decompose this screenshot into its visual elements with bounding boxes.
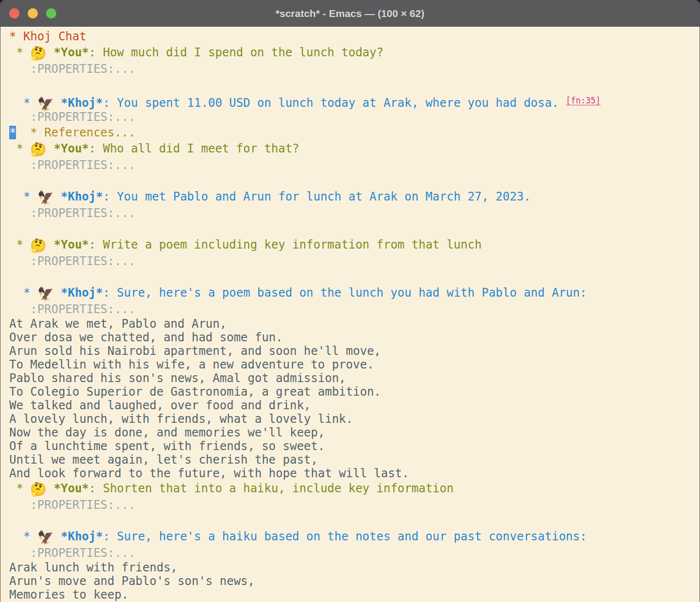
message-body-text: Over dosa we chatted, and had some fun.	[9, 331, 283, 344]
buffer-line: At Arak we met, Pablo and Arun,	[9, 317, 700, 331]
buffer-line: Now the day is done, and memories we'll …	[9, 426, 700, 439]
buffer-line	[9, 77, 700, 92]
buffer-line: We talked and laughed, over food and dri…	[9, 399, 700, 412]
you-message-text: : How much did I spend on the lunch toda…	[89, 46, 383, 59]
buffer-line: Arun's move and Pablo's son's news,	[9, 574, 700, 588]
buffer-line: And look forward to the future, with hop…	[9, 467, 700, 480]
khoj-message-text: *	[9, 96, 37, 110]
buffer-line: * 🤔 *You*: Write a poem including key in…	[9, 236, 700, 253]
message-body-text: To Medellin with his wife, a new adventu…	[9, 358, 374, 371]
khoj-message-text: *	[9, 190, 37, 203]
properties-drawer-folded[interactable]: :PROPERTIES:...	[9, 546, 135, 560]
text-cursor: *	[9, 126, 16, 139]
khoj-speaker-label: *Khoj*	[61, 190, 103, 203]
buffer-line: * 🦅 *Khoj*: You spent 11.00 USD on lunch…	[9, 92, 700, 109]
buffer-line: A lovely lunch, with friends, what a lov…	[9, 412, 700, 426]
khoj-message-text: *	[9, 286, 37, 300]
buffer-line: :PROPERTIES:...	[9, 61, 700, 77]
buffer-line: Until we meet again, let's cherish the p…	[9, 453, 700, 467]
khoj-message-text	[54, 286, 61, 300]
buffer-line: * 🤔 *You*: Shorten that into a haiku, in…	[9, 480, 700, 497]
you-speaker-label: *You*	[54, 142, 89, 155]
buffer-line: * 🤔 *You*: How much did I spend on the l…	[9, 44, 700, 61]
khoj-speaker-label: *Khoj*	[61, 286, 103, 300]
properties-drawer-folded[interactable]: :PROPERTIES:...	[9, 158, 135, 172]
you-message-text	[47, 482, 53, 495]
buffer-line: Arun sold his Nairobi apartment, and soo…	[9, 344, 700, 358]
properties-drawer-folded[interactable]: :PROPERTIES:...	[9, 62, 135, 76]
message-body-text: Now the day is done, and memories we'll …	[9, 426, 325, 439]
thinking-face-emoji: 🤔	[30, 46, 47, 61]
properties-drawer-folded[interactable]: :PROPERTIES:...	[9, 206, 135, 220]
you-speaker-label: *You*	[54, 46, 89, 59]
eagle-emoji: 🦅	[37, 530, 54, 545]
thinking-face-emoji: 🤔	[30, 238, 47, 253]
message-body-text: A lovely lunch, with friends, what a lov…	[9, 412, 353, 426]
you-message-text: : Write a poem including key information…	[89, 238, 482, 251]
window-titlebar[interactable]: *scratch* - Emacs — (100 × 62)	[0, 0, 700, 27]
khoj-message-text: : You met Pablo and Arun for lunch at Ar…	[103, 190, 531, 203]
khoj-message-text	[54, 530, 61, 543]
buffer-line	[9, 173, 700, 188]
message-body-text: Until we meet again, let's cherish the p…	[9, 453, 318, 467]
buffer-line: Arak lunch with friends,	[9, 561, 700, 574]
you-message-text	[47, 46, 53, 59]
buffer-line: * 🦅 *Khoj*: You met Pablo and Arun for l…	[9, 188, 700, 205]
buffer-line: To Colegio Superior de Gastronomia, a gr…	[9, 385, 700, 399]
properties-drawer-folded[interactable]: :PROPERTIES:...	[9, 110, 135, 124]
buffer-line	[9, 269, 700, 284]
eagle-emoji: 🦅	[37, 286, 54, 301]
properties-drawer-folded[interactable]: :PROPERTIES:...	[9, 498, 135, 512]
properties-drawer-folded[interactable]: :PROPERTIES:...	[9, 302, 135, 316]
khoj-message-text	[54, 96, 61, 110]
message-body-text: Pablo shared his son's news, Amal got ad…	[9, 371, 346, 385]
buffer-line: :PROPERTIES:...	[9, 301, 700, 317]
buffer-line: Of a lunchtime spent, with friends, so s…	[9, 439, 700, 453]
message-body-text: Arun sold his Nairobi apartment, and soo…	[9, 344, 381, 358]
khoj-speaker-label: *Khoj*	[61, 96, 103, 110]
khoj-message-text: *	[9, 530, 37, 543]
buffer-line: * * References...	[9, 125, 700, 140]
buffer-line: To Medellin with his wife, a new adventu…	[9, 358, 700, 371]
khoj-speaker-label: *Khoj*	[61, 530, 103, 543]
org-heading-khoj-chat: * Khoj Chat	[9, 30, 86, 43]
message-body-text: Arun's move and Pablo's son's news,	[9, 574, 255, 588]
buffer-line: :PROPERTIES:...	[9, 205, 700, 221]
message-body-text: At Arak we met, Pablo and Arun,	[9, 317, 227, 331]
buffer-line: * 🤔 *You*: Who all did I meet for that?	[9, 140, 700, 157]
buffer-line: Pablo shared his son's news, Amal got ad…	[9, 371, 700, 385]
references-heading-folded[interactable]: * References...	[16, 126, 135, 139]
buffer-content[interactable]: * Khoj Chat * 🤔 *You*: How much did I sp…	[0, 27, 700, 602]
khoj-message-text	[54, 190, 61, 203]
you-message-text: *	[9, 142, 30, 155]
you-message-text: *	[9, 46, 30, 59]
you-speaker-label: *You*	[54, 482, 89, 495]
khoj-message-text: : Sure, here's a haiku based on the note…	[103, 530, 587, 543]
buffer-line: Over dosa we chatted, and had some fun.	[9, 331, 700, 344]
footnote-link[interactable]: [fn:35]	[566, 96, 601, 105]
properties-drawer-folded[interactable]: :PROPERTIES:...	[9, 254, 135, 268]
buffer-line: * 🦅 *Khoj*: Sure, here's a haiku based o…	[9, 528, 700, 545]
buffer-line: :PROPERTIES:...	[9, 545, 700, 561]
buffer-line: * Khoj Chat	[9, 29, 700, 44]
you-message-text: : Who all did I meet for that?	[89, 142, 299, 155]
buffer-line: :PROPERTIES:...	[9, 497, 700, 513]
you-message-text	[47, 238, 53, 251]
you-speaker-label: *You*	[54, 238, 89, 251]
buffer-line	[9, 221, 700, 236]
emacs-window: *scratch* - Emacs — (100 × 62) * Khoj Ch…	[0, 0, 700, 602]
thinking-face-emoji: 🤔	[30, 142, 47, 157]
message-body-text: Arak lunch with friends,	[9, 561, 178, 574]
message-body-text: And look forward to the future, with hop…	[9, 467, 409, 480]
message-body-text: Memories to keep.	[9, 588, 129, 602]
you-message-text: *	[9, 482, 30, 495]
eagle-emoji: 🦅	[37, 190, 54, 205]
message-body-text: We talked and laughed, over food and dri…	[9, 399, 311, 412]
window-title: *scratch* - Emacs — (100 × 62)	[0, 0, 700, 27]
buffer-line	[9, 513, 700, 528]
buffer-line: * 🦅 *Khoj*: Sure, here's a poem based on…	[9, 284, 700, 301]
message-body-text: Of a lunchtime spent, with friends, so s…	[9, 439, 325, 453]
khoj-message-text: : Sure, here's a poem based on the lunch…	[103, 286, 587, 300]
buffer-line: Memories to keep.	[9, 588, 700, 602]
message-body-text: To Colegio Superior de Gastronomia, a gr…	[9, 385, 381, 399]
